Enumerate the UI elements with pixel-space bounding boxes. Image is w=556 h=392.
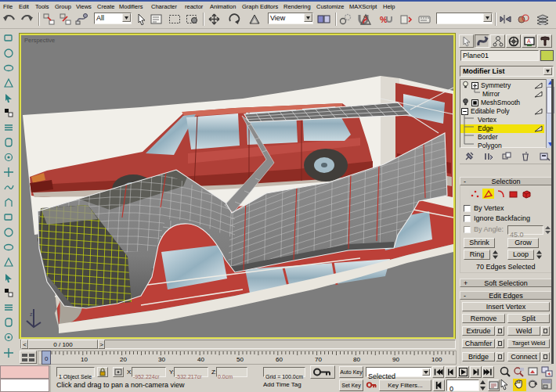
svg-text:z: z <box>30 311 33 317</box>
svg-text:Perspective: Perspective <box>24 37 55 44</box>
